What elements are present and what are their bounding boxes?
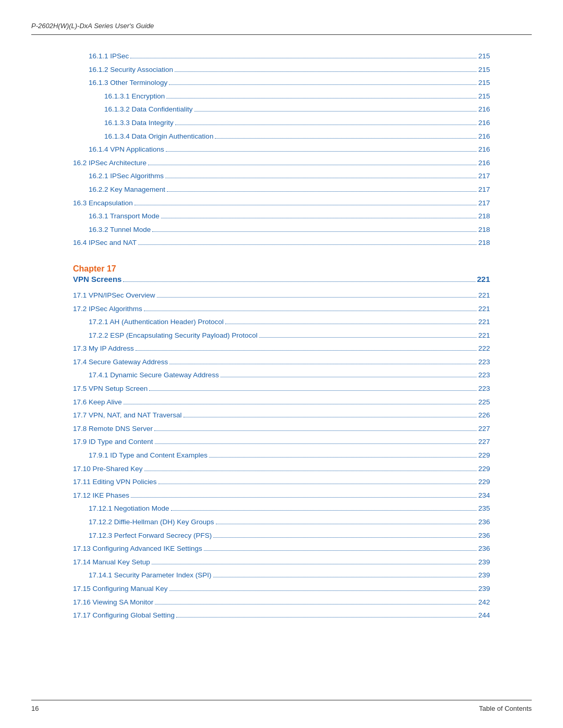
toc-link[interactable]: 17.10 Pre-Shared Key bbox=[73, 463, 143, 475]
toc-link[interactable]: 17.2 IPSec Algorithms bbox=[73, 303, 142, 315]
toc-link[interactable]: 16.1.3 Other Terminology bbox=[89, 77, 167, 89]
toc-link[interactable]: 16.2.2 Key Management bbox=[89, 184, 165, 195]
toc-link[interactable]: 17.14.1 Security Parameter Index (SPI) bbox=[89, 570, 212, 581]
toc-dots bbox=[154, 430, 476, 431]
toc-link[interactable]: 16.1.3.4 Data Origin Authentication bbox=[104, 131, 213, 142]
toc-dots bbox=[155, 604, 476, 604]
toc-link[interactable]: 17.12.3 Perfect Forward Secrecy (PFS) bbox=[89, 530, 212, 541]
footer-page-number: 16 bbox=[31, 705, 39, 712]
toc-link[interactable]: 17.7 VPN, NAT, and NAT Traversal bbox=[73, 410, 182, 421]
toc-dots bbox=[213, 537, 476, 538]
list-item: 17.12.2 Diffie-Hellman (DH) Key Groups23… bbox=[73, 516, 490, 528]
toc-dots bbox=[152, 564, 477, 564]
toc-page-number: 227 bbox=[478, 423, 490, 435]
toc-link[interactable]: 16.3.2 Tunnel Mode bbox=[89, 224, 151, 236]
list-item: 17.14.1 Security Parameter Index (SPI)23… bbox=[73, 570, 490, 581]
chapter17-title-entry[interactable]: VPN Screens 221 bbox=[73, 275, 490, 283]
toc-page-number: 239 bbox=[478, 583, 490, 595]
list-item: 17.11 Editing VPN Policies229 bbox=[73, 476, 490, 488]
toc-link[interactable]: 17.12.1 Negotiation Mode bbox=[89, 503, 169, 514]
list-item: 16.1.4 VPN Applications216 bbox=[73, 144, 490, 155]
toc-dots bbox=[161, 218, 477, 218]
toc-link[interactable]: 17.2.1 AH (Authentication Header) Protoc… bbox=[89, 316, 224, 328]
toc-link[interactable]: 16.3.1 Transport Mode bbox=[89, 211, 160, 222]
toc-page-number: 234 bbox=[478, 490, 490, 501]
toc-dots bbox=[169, 590, 477, 591]
toc-link[interactable]: 17.4 Secure Gateway Address bbox=[73, 356, 168, 368]
toc-link[interactable]: 17.9 ID Type and Content bbox=[73, 436, 153, 448]
toc-dots bbox=[144, 471, 477, 471]
list-item: 16.1.2 Security Association215 bbox=[73, 64, 490, 76]
list-item: 16.4 IPSec and NAT218 bbox=[73, 237, 490, 249]
toc-container: 16.1.1 IPSec21516.1.2 Security Associati… bbox=[31, 51, 532, 621]
toc-link[interactable]: 17.3 My IP Address bbox=[73, 343, 134, 354]
toc-page-number: 239 bbox=[478, 557, 490, 568]
toc-page-number: 217 bbox=[478, 170, 490, 182]
toc-page-number: 221 bbox=[478, 303, 490, 315]
toc-page-number: 229 bbox=[478, 476, 490, 488]
toc-link[interactable]: 17.4.1 Dynamic Secure Gateway Address bbox=[89, 369, 219, 381]
header-title: P-2602H(W)(L)-DxA Series User's Guide bbox=[31, 22, 154, 30]
toc-page-number: 215 bbox=[478, 51, 490, 62]
toc-page-number: 221 bbox=[478, 316, 490, 328]
toc-page-number: 242 bbox=[478, 597, 490, 608]
toc-dots bbox=[158, 484, 477, 484]
toc-dots bbox=[176, 617, 476, 618]
toc-link[interactable]: 16.1.3.3 Data Integrity bbox=[104, 117, 174, 129]
chapter17-header: Chapter 17 VPN Screens 221 bbox=[73, 264, 490, 283]
toc-link[interactable]: 17.1 VPN/IPSec Overview bbox=[73, 290, 155, 301]
toc-link[interactable]: 17.2.2 ESP (Encapsulating Security Paylo… bbox=[89, 330, 258, 341]
toc-link[interactable]: 17.11 Editing VPN Policies bbox=[73, 476, 157, 488]
chapter17-page: 221 bbox=[477, 275, 490, 283]
list-item: 17.16 Viewing SA Monitor242 bbox=[73, 597, 490, 608]
list-item: 16.1.1 IPSec215 bbox=[73, 51, 490, 62]
toc-page-number: 215 bbox=[478, 77, 490, 89]
toc-dots bbox=[166, 151, 477, 152]
toc-dots bbox=[157, 297, 477, 298]
toc-page-number: 216 bbox=[478, 144, 490, 155]
toc-link[interactable]: 16.1.3.2 Data Confidentiality bbox=[104, 104, 193, 115]
toc-link[interactable]: 16.1.1 IPSec bbox=[89, 51, 129, 62]
toc-link[interactable]: 17.6 Keep Alive bbox=[73, 397, 122, 408]
toc-page-number: 229 bbox=[478, 450, 490, 461]
toc-dots bbox=[136, 350, 477, 351]
toc-link[interactable]: 16.1.4 VPN Applications bbox=[89, 144, 164, 155]
toc-page-number: 218 bbox=[478, 237, 490, 249]
list-item: 17.2 IPSec Algorithms221 bbox=[73, 303, 490, 315]
toc-dots bbox=[131, 497, 476, 498]
toc-link[interactable]: 16.2.1 IPSec Algorithms bbox=[89, 170, 164, 182]
toc-link[interactable]: 16.1.3.1 Encryption bbox=[104, 91, 165, 102]
list-item: 17.10 Pre-Shared Key229 bbox=[73, 463, 490, 475]
toc-link[interactable]: 17.17 Configuring Global Setting bbox=[73, 610, 175, 621]
toc-link[interactable]: 17.14 Manual Key Setup bbox=[73, 557, 150, 568]
toc-link[interactable]: 17.5 VPN Setup Screen bbox=[73, 383, 148, 394]
toc-dots bbox=[166, 98, 476, 98]
toc-page-number: 216 bbox=[478, 117, 490, 129]
toc-dots bbox=[169, 84, 476, 85]
list-item: 17.12 IKE Phases234 bbox=[73, 490, 490, 501]
toc-dots bbox=[134, 205, 477, 205]
toc-link[interactable]: 17.8 Remote DNS Server bbox=[73, 423, 153, 435]
toc-link[interactable]: 17.9.1 ID Type and Content Examples bbox=[89, 450, 207, 461]
toc-link[interactable]: 17.15 Configuring Manual Key bbox=[73, 583, 168, 595]
toc-link[interactable]: 17.13 Configuring Advanced IKE Settings bbox=[73, 543, 202, 554]
chapter17-title-link[interactable]: VPN Screens bbox=[73, 275, 121, 283]
toc-link[interactable]: 16.1.2 Security Association bbox=[89, 64, 173, 76]
toc-link[interactable]: 17.12.2 Diffie-Hellman (DH) Key Groups bbox=[89, 516, 214, 528]
list-item: 17.4.1 Dynamic Secure Gateway Address223 bbox=[73, 369, 490, 381]
toc-link[interactable]: 16.3 Encapsulation bbox=[73, 198, 133, 209]
toc-page-number: 235 bbox=[478, 503, 490, 514]
toc-link[interactable]: 16.2 IPSec Architecture bbox=[73, 157, 146, 169]
toc-page-number: 218 bbox=[478, 224, 490, 236]
toc-link[interactable]: 17.12 IKE Phases bbox=[73, 490, 129, 501]
toc-page-number: 236 bbox=[478, 530, 490, 541]
toc-page-number: 223 bbox=[478, 383, 490, 394]
toc-link[interactable]: 17.16 Viewing SA Monitor bbox=[73, 597, 153, 608]
toc-dots bbox=[149, 390, 476, 391]
toc-page-number: 236 bbox=[478, 516, 490, 528]
list-item: 16.3.1 Transport Mode218 bbox=[73, 211, 490, 222]
toc-link[interactable]: 16.4 IPSec and NAT bbox=[73, 237, 137, 249]
list-item: 16.1.3 Other Terminology215 bbox=[73, 77, 490, 89]
toc-dots bbox=[209, 457, 477, 458]
list-item: 16.1.3.2 Data Confidentiality216 bbox=[73, 104, 490, 115]
